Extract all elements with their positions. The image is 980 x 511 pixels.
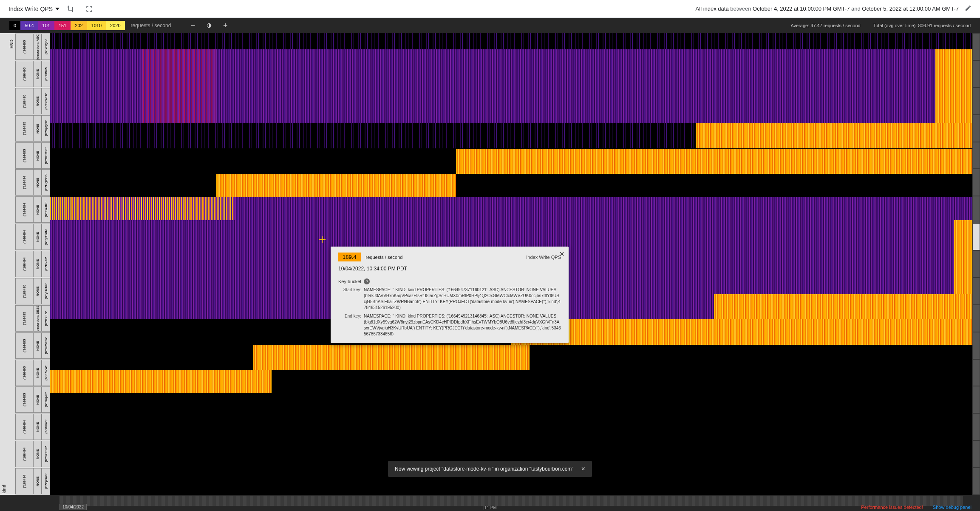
row-key-label[interactable]: (b"gB1dN' [42, 224, 50, 250]
scroll-segment[interactable] [973, 386, 980, 413]
row-group-label[interactable]: ('166495 [15, 142, 33, 169]
row-group-label[interactable]: ('166495 [15, 34, 33, 60]
row-key-label[interactable]: (b"02Z3K' [42, 441, 50, 467]
scroll-segment[interactable] [973, 468, 980, 494]
row-key-label[interactable]: (b"yUebc' [42, 278, 50, 304]
chevron-down-icon [55, 7, 59, 11]
row-group-label[interactable]: ('166494 [15, 196, 33, 223]
row-key-label[interactable]: (b"Dvjwr' [42, 386, 50, 413]
legend-stats: Average: 47.47 requests / second Total (… [790, 23, 971, 28]
row-key-label[interactable]: (b"E5kW' [42, 360, 50, 386]
row-group-label[interactable]: ('166495 [15, 115, 33, 142]
scroll-segment[interactable] [973, 115, 980, 142]
pencil-icon [965, 5, 972, 11]
heatmap-row[interactable] [50, 345, 972, 370]
row-sub-label[interactable]: (descrtion: DESC) [33, 305, 42, 332]
scroll-segment[interactable] [973, 414, 980, 440]
crop-button[interactable] [63, 1, 78, 17]
heatmap-row[interactable] [50, 393, 972, 495]
row-sub-label[interactable]: NONE [33, 386, 42, 413]
row-sub-label[interactable]: NONE [33, 251, 42, 277]
scroll-segment[interactable] [973, 251, 980, 277]
row-sub-label[interactable]: NONE [33, 169, 42, 196]
row-sub-label[interactable]: (descrtion: ASC) [33, 34, 42, 60]
row-sub-label[interactable]: NONE [33, 224, 42, 250]
scroll-segment[interactable] [973, 169, 980, 196]
row-group-label[interactable]: ('166495 [15, 61, 33, 87]
heatmap-row[interactable] [50, 49, 972, 123]
row-sub-label[interactable]: NONE [33, 88, 42, 114]
row-sub-label[interactable]: NONE [33, 142, 42, 169]
row-key-label[interactable]: (b"SP4ER' [42, 88, 50, 114]
row-group-label[interactable]: ('166494 [15, 441, 33, 467]
row-group-label[interactable]: ('166495 [15, 332, 33, 359]
scroll-segment[interactable] [973, 224, 980, 250]
row-key-label[interactable]: (b"U2VRn' [42, 332, 50, 359]
perf-issues-link[interactable]: Performance issues detected! [861, 505, 923, 510]
scroll-segment[interactable] [973, 61, 980, 87]
row-group-label[interactable]: ('166494 [15, 468, 33, 494]
fullscreen-button[interactable] [82, 1, 97, 17]
row-sub-label[interactable]: NONE [33, 414, 42, 440]
row-sub-label[interactable]: NONE [33, 441, 42, 467]
row-key-label[interactable]: (b"RkJ0' [42, 251, 50, 277]
scroll-segment[interactable] [973, 278, 980, 304]
row-group-label[interactable]: ('166494 [15, 414, 33, 440]
row-sub-label[interactable]: NONE [33, 115, 42, 142]
row-sub-label[interactable]: NONE [33, 61, 42, 87]
row-key-label[interactable]: (b"0w4c' [42, 414, 50, 440]
row-group-label[interactable]: ('166494 [15, 224, 33, 250]
row-sub-label[interactable]: NONE [33, 468, 42, 494]
scroll-segment[interactable] [973, 360, 980, 386]
row-key-label[interactable]: (b"8pQNI' [42, 115, 50, 142]
row-key-label[interactable]: (b"DF2SE' [42, 142, 50, 169]
row-group-label[interactable]: ('166494 [15, 169, 33, 196]
row-sub-label[interactable]: NONE [33, 360, 42, 386]
tooltip-value: 189.4 [338, 253, 361, 261]
metric-selector[interactable]: Index Write QPS [8, 6, 59, 12]
row-group-label[interactable]: ('166495 [15, 360, 33, 386]
zoom-in-button[interactable]: + [220, 20, 230, 31]
row-group-label[interactable]: ('166495 [15, 386, 33, 413]
heatmap-row[interactable] [50, 370, 972, 393]
heatmap-row[interactable] [50, 197, 972, 220]
scroll-segment[interactable] [973, 332, 980, 359]
time-brush[interactable] [59, 496, 963, 506]
row-sub-label[interactable]: NONE [33, 332, 42, 359]
row-key-label[interactable]: (b"UQ2Ch' [42, 169, 50, 196]
row-key-label[interactable]: (b"EnJlzl' [42, 196, 50, 223]
scroll-segment[interactable] [973, 305, 980, 332]
row-key-label[interactable]: (b"xDQ3e [42, 34, 50, 60]
stats-avg-label: Average: [790, 23, 809, 28]
row-key-label[interactable]: (b'139c5 [42, 61, 50, 87]
tooltip-close-button[interactable]: × [559, 249, 564, 259]
heatmap-row[interactable] [50, 33, 972, 49]
right-scroll-rail[interactable] [972, 33, 980, 495]
help-icon[interactable]: ? [364, 278, 370, 284]
zoom-out-button[interactable]: − [188, 20, 198, 31]
row-sub-label[interactable]: NONE [33, 196, 42, 223]
heatmap-row[interactable] [50, 149, 972, 174]
brightness-button[interactable] [204, 20, 214, 31]
row-key-label[interactable]: (b"2p34c' [42, 468, 50, 494]
scroll-segment[interactable] [973, 441, 980, 467]
tooltip-end-key-label: End key: [338, 313, 364, 337]
row-group-label[interactable]: ('166495 [15, 278, 33, 304]
row-group-label[interactable]: ('166494 [15, 251, 33, 277]
heatmap-row[interactable] [50, 174, 972, 197]
row-key-label[interactable]: (b"DYLN' [42, 305, 50, 332]
heatmap-row[interactable] [50, 123, 972, 149]
legend-swatch: 151 [54, 21, 71, 30]
snackbar-close-button[interactable]: × [581, 465, 585, 473]
scroll-segment[interactable] [973, 88, 980, 114]
row-group-label[interactable]: ('166495 [15, 88, 33, 114]
scroll-segment[interactable] [973, 142, 980, 169]
row-sub-label[interactable]: NONE [33, 278, 42, 304]
legend-unit: requests / second [131, 23, 171, 28]
debug-panel-link[interactable]: Show debug panel [933, 505, 972, 510]
scroll-segment[interactable] [973, 34, 980, 60]
footer-time-tick: |11 PM [483, 505, 497, 510]
row-group-label[interactable]: ('166495 [15, 305, 33, 332]
scroll-segment[interactable] [973, 196, 980, 223]
edit-time-button[interactable] [965, 5, 972, 13]
